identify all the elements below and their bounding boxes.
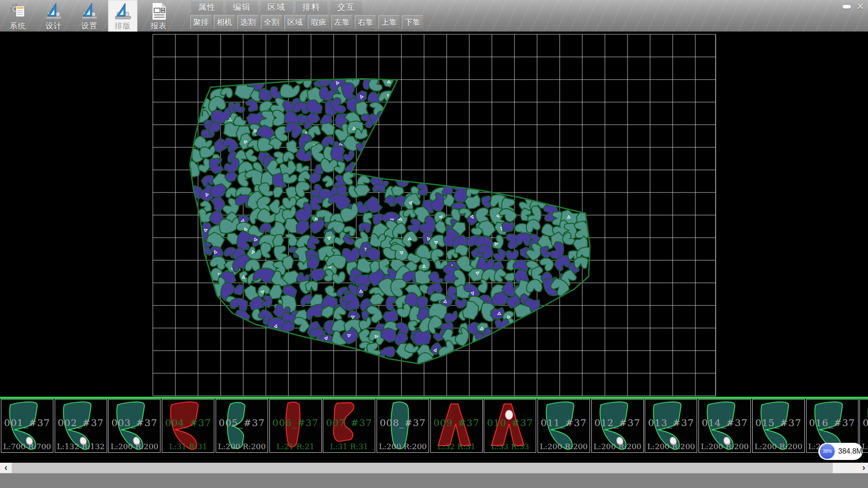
part-shape bbox=[538, 399, 590, 452]
nested-part[interactable] bbox=[364, 195, 383, 216]
progress-badge[interactable]: 38% 384.8M bbox=[818, 443, 863, 460]
part-shape bbox=[484, 399, 536, 452]
part-thumbnail-001_#37[interactable]: 001_#37L:700 R:700 bbox=[1, 399, 53, 453]
app-tab-label: 设置 bbox=[72, 21, 106, 31]
part-shape bbox=[108, 399, 160, 452]
part-shape bbox=[55, 399, 107, 452]
nested-part[interactable] bbox=[413, 330, 432, 346]
close-icon: ✕ bbox=[856, 1, 864, 12]
gear-doc-icon bbox=[8, 1, 28, 21]
part-thumbnail-009_#37[interactable]: 009_#37L:32 R:31 bbox=[430, 399, 483, 453]
part-thumbnail-005_#37[interactable]: 005_#37L:200 R:200 bbox=[216, 399, 268, 453]
part-shape bbox=[270, 399, 321, 452]
scroll-right-arrow: › bbox=[862, 463, 865, 472]
nested-part[interactable] bbox=[280, 84, 300, 99]
menu-item-0[interactable]: 属性 bbox=[191, 1, 223, 14]
status-bar bbox=[0, 473, 868, 488]
nested-part[interactable] bbox=[502, 222, 514, 232]
tool-button-3[interactable]: 全割 bbox=[261, 15, 282, 29]
part-thumbnail-002_#37[interactable]: 002_#37L:132 R:132 bbox=[55, 399, 107, 453]
tool-button-9[interactable]: 下靠 bbox=[402, 15, 423, 29]
app-tab-label: 排版 bbox=[108, 21, 137, 31]
nested-part[interactable] bbox=[455, 298, 467, 309]
ruler-laptop-icon bbox=[46, 3, 61, 19]
gear-doc-icon bbox=[11, 5, 24, 17]
part-thumbnail-011_#37[interactable]: 011_#37L:200 R:200 bbox=[538, 399, 590, 453]
app-tab-label: 系统 bbox=[1, 21, 35, 31]
tool-button-2[interactable]: 选割 bbox=[237, 15, 259, 29]
menu-item-3[interactable]: 排料 bbox=[296, 1, 327, 14]
part-shape bbox=[323, 399, 375, 452]
app-tab-settings[interactable]: 设置 bbox=[72, 0, 106, 32]
nesting-canvas[interactable] bbox=[0, 32, 868, 397]
part-shape bbox=[431, 399, 482, 452]
nested-part[interactable] bbox=[492, 247, 507, 263]
tool-button-4[interactable]: 区域 bbox=[284, 15, 306, 29]
nested-parts-layer[interactable] bbox=[183, 70, 592, 370]
tool-button-8[interactable]: 上靠 bbox=[378, 15, 400, 29]
part-shape bbox=[377, 399, 429, 452]
app-tab-label: 设计 bbox=[37, 21, 71, 31]
part-shape bbox=[1, 399, 53, 452]
report-doc-icon bbox=[152, 3, 166, 20]
part-thumbnail-003_#37[interactable]: 003_#37L:200 R:200 bbox=[108, 399, 160, 453]
nested-part[interactable] bbox=[321, 174, 335, 188]
nested-part[interactable] bbox=[272, 185, 284, 198]
horizontal-scrollbar[interactable]: ‹ › bbox=[0, 463, 868, 473]
nested-part[interactable] bbox=[232, 283, 245, 297]
tool-button-bar: 聚排相机选割全割区域瑕疵左靠右靠上靠下靠 bbox=[190, 15, 423, 29]
part-shape bbox=[592, 399, 643, 452]
progress-percent-circle: 38% bbox=[820, 444, 835, 459]
part-thumbnail-008_#37[interactable]: 008_#37L:200 R:200 bbox=[377, 399, 429, 453]
part-thumbnail-010_#37[interactable]: 010_#37L:33 R:33 bbox=[484, 399, 536, 453]
part-thumbnail-012_#37[interactable]: 012_#37L:200 R:200 bbox=[591, 399, 644, 453]
main-toolbar: 系统设计设置排版报表 属性编辑区域排料交互 聚排相机选割全割区域瑕疵左靠右靠上靠… bbox=[0, 0, 868, 32]
nested-part[interactable] bbox=[359, 223, 371, 233]
part-thumbnail-007_#37[interactable]: 007_#37L:31 R:31 bbox=[323, 399, 375, 453]
parts-thumbnail-panel: 001_#37L:700 R:700002_#37L:132 R:132003_… bbox=[0, 397, 868, 463]
part-shape bbox=[753, 399, 804, 452]
part-shape bbox=[645, 399, 697, 452]
ruler-laptop-icon bbox=[44, 1, 64, 21]
menu-item-2[interactable]: 区域 bbox=[261, 1, 292, 14]
app-tab-nesting[interactable]: 排版 bbox=[108, 0, 137, 32]
scroll-left-arrow[interactable]: ‹ bbox=[0, 463, 12, 473]
tool-button-7[interactable]: 右靠 bbox=[355, 15, 376, 29]
app-tab-label: 报表 bbox=[144, 21, 174, 31]
app-tab-design[interactable]: 设计 bbox=[37, 0, 71, 32]
ruler-laptop-icon bbox=[82, 3, 97, 19]
scrollbar-thumb[interactable]: › bbox=[833, 463, 868, 473]
tool-button-5[interactable]: 瑕疵 bbox=[308, 15, 329, 29]
app-tab-report[interactable]: 报表 bbox=[144, 0, 174, 32]
part-thumbnail-013_#37[interactable]: 013_#37L:200 R:200 bbox=[645, 399, 697, 453]
ruler-laptop-icon bbox=[80, 1, 99, 21]
nested-part[interactable] bbox=[495, 319, 509, 328]
part-thumbnail-006_#37[interactable]: 006_#37L:21 R:21 bbox=[269, 399, 322, 453]
part-thumbnail-004_#37[interactable]: 004_#37L:31 R:31 bbox=[162, 399, 214, 453]
memory-usage-label: 384.8M bbox=[838, 443, 862, 460]
application-window: { "window": {"minimize_label":"–","close… bbox=[0, 0, 868, 488]
tool-button-6[interactable]: 左靠 bbox=[331, 15, 353, 29]
minimize-icon bbox=[843, 5, 851, 9]
close-button[interactable]: ✕ bbox=[854, 1, 867, 13]
part-shape bbox=[162, 399, 214, 452]
nested-part[interactable] bbox=[262, 295, 273, 308]
ruler-laptop-icon bbox=[115, 3, 131, 19]
part-hole bbox=[505, 410, 513, 419]
part-shape bbox=[216, 399, 268, 452]
minimize-button[interactable] bbox=[840, 1, 853, 13]
app-tab-system[interactable]: 系统 bbox=[1, 0, 35, 32]
tool-button-0[interactable]: 聚排 bbox=[190, 15, 212, 29]
hide-nesting-view[interactable] bbox=[0, 32, 868, 397]
ruler-laptop-icon bbox=[113, 1, 133, 21]
report-doc-icon bbox=[149, 1, 169, 21]
menu-item-4[interactable]: 交互 bbox=[330, 1, 362, 14]
nested-part[interactable] bbox=[574, 257, 589, 269]
part-thumbnail-014_#37[interactable]: 014_#37L:200 R:200 bbox=[698, 399, 751, 453]
tool-button-1[interactable]: 相机 bbox=[214, 15, 235, 29]
part-shape bbox=[699, 399, 750, 452]
menu-bar: 属性编辑区域排料交互 bbox=[191, 1, 362, 14]
nested-part[interactable] bbox=[221, 136, 240, 155]
part-thumbnail-015_#37[interactable]: 015_#37L:200 R:200 bbox=[752, 399, 805, 453]
menu-item-1[interactable]: 编辑 bbox=[226, 1, 258, 14]
